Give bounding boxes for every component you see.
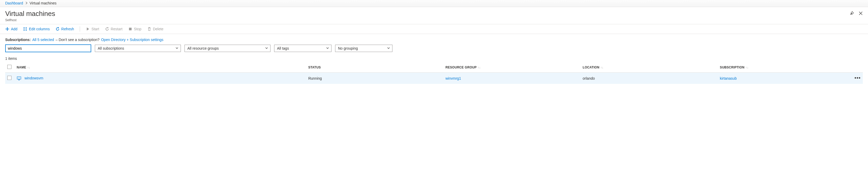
subscriptions-settings-link[interactable]: Open Directory + Subscription settings — [101, 38, 163, 42]
svg-rect-5 — [26, 30, 27, 30]
column-header-subscription[interactable]: Subscription↑↓ — [718, 62, 852, 73]
restart-button[interactable]: Restart — [105, 27, 122, 31]
svg-rect-4 — [26, 29, 27, 29]
vm-resource-group-link[interactable]: winvmrg1 — [445, 76, 461, 80]
svg-rect-8 — [17, 77, 21, 79]
column-header-name[interactable]: Name↑↓ — [14, 62, 306, 73]
vm-subscription-link[interactable]: kirtanasub — [720, 76, 737, 80]
stop-label: Stop — [134, 27, 142, 31]
items-count: 1 items — [0, 55, 868, 62]
breadcrumb-current: Virtual machines — [30, 1, 57, 5]
column-name-label: Name — [17, 66, 26, 69]
delete-button[interactable]: Delete — [147, 27, 163, 31]
add-button[interactable]: Add — [5, 27, 18, 31]
svg-rect-3 — [26, 27, 27, 28]
column-header-resource-group[interactable]: Resource group↑↓ — [443, 62, 581, 73]
resource-group-dropdown[interactable]: All resource groups — [185, 45, 271, 52]
chevron-right-icon — [25, 1, 28, 5]
svg-rect-9 — [18, 80, 20, 80]
vm-table: Name↑↓ Status Resource group↑↓ Location↑… — [5, 62, 863, 84]
subscriptions-selected-link[interactable]: All 5 selected — [32, 38, 54, 42]
grouping-dropdown-label: No grouping — [338, 46, 358, 50]
chevron-down-icon — [175, 46, 179, 50]
svg-rect-1 — [24, 29, 25, 29]
sort-icon: ↑↓ — [600, 66, 603, 69]
sort-icon: ↑↓ — [27, 66, 30, 69]
column-header-location[interactable]: Location↑↓ — [581, 62, 718, 73]
add-label: Add — [11, 27, 18, 31]
vm-name-link[interactable]: windowsvm — [25, 76, 43, 80]
resource-group-dropdown-label: All resource groups — [187, 46, 219, 50]
subscriptions-missing-text: – Don't see a subscription? — [56, 38, 99, 42]
vm-status: Running — [306, 73, 443, 84]
subscriptions-row: Subscriptions: All 5 selected – Don't se… — [0, 34, 868, 44]
page-header: Virtual machines Selfhost — [0, 7, 868, 24]
edit-columns-button[interactable]: Edit columns — [23, 27, 50, 31]
close-icon[interactable] — [859, 11, 863, 16]
column-status-label: Status — [308, 66, 321, 69]
refresh-label: Refresh — [61, 27, 74, 31]
sort-icon: ↑↓ — [746, 66, 749, 69]
column-sub-label: Subscription — [720, 66, 744, 69]
vm-icon — [17, 76, 21, 80]
select-all-checkbox[interactable] — [7, 65, 11, 69]
page-title: Virtual machines — [5, 10, 55, 18]
vm-location: orlando — [581, 73, 718, 84]
subscriptions-dropdown-label: All subscriptions — [98, 46, 124, 50]
page-subtitle: Selfhost — [5, 18, 55, 22]
refresh-button[interactable]: Refresh — [56, 27, 74, 31]
svg-rect-2 — [24, 30, 25, 30]
tags-dropdown[interactable]: All tags — [274, 45, 332, 52]
column-loc-label: Location — [583, 66, 599, 69]
breadcrumb: Dashboard Virtual machines — [0, 0, 868, 7]
tags-dropdown-label: All tags — [277, 46, 289, 50]
row-more-icon[interactable]: ••• — [855, 75, 861, 81]
column-header-status[interactable]: Status — [306, 62, 443, 73]
restart-label: Restart — [111, 27, 122, 31]
edit-columns-label: Edit columns — [29, 27, 50, 31]
chevron-down-icon — [387, 46, 390, 50]
filters-row: All subscriptions All resource groups Al… — [0, 44, 868, 55]
start-label: Start — [91, 27, 99, 31]
search-input[interactable] — [5, 44, 91, 52]
subscriptions-label: Subscriptions: — [5, 38, 31, 42]
svg-rect-6 — [129, 28, 132, 30]
toolbar: Add Edit columns Refresh Start Restart S… — [0, 24, 868, 34]
stop-button[interactable]: Stop — [128, 27, 142, 31]
pin-icon[interactable] — [850, 11, 854, 16]
chevron-down-icon — [265, 46, 268, 50]
row-checkbox[interactable] — [7, 76, 11, 80]
column-rg-label: Resource group — [445, 66, 476, 69]
table-row[interactable]: windowsvm Running winvmrg1 orlando kirta… — [5, 73, 863, 84]
grouping-dropdown[interactable]: No grouping — [335, 45, 393, 52]
svg-rect-0 — [24, 27, 25, 28]
start-button[interactable]: Start — [86, 27, 99, 31]
subscriptions-dropdown[interactable]: All subscriptions — [95, 45, 181, 52]
sort-icon: ↑↓ — [478, 66, 481, 69]
chevron-down-icon — [326, 46, 329, 50]
delete-label: Delete — [153, 27, 163, 31]
breadcrumb-root[interactable]: Dashboard — [5, 1, 23, 5]
